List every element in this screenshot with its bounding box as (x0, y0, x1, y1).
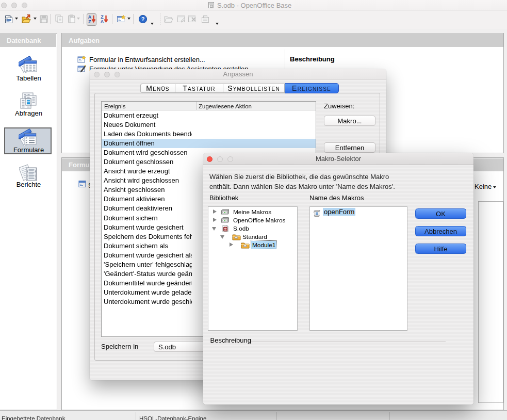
svg-text:Z: Z (88, 19, 91, 24)
svg-text:?: ? (141, 16, 145, 22)
svg-text:A: A (101, 19, 104, 24)
